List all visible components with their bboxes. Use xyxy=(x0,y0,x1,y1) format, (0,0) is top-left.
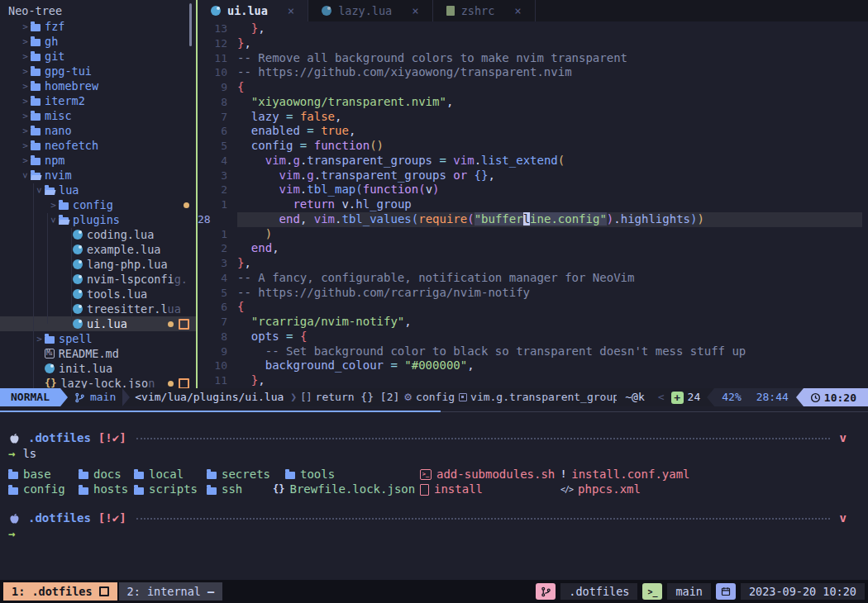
chevron-down-icon[interactable]: > xyxy=(48,215,59,226)
tree-item-nvim-lspconfi[interactable]: nvim-lspconfig. xyxy=(0,272,196,287)
ls-entry-label: ssh xyxy=(222,482,242,497)
tree-item-neofetch[interactable]: >neofetch xyxy=(0,138,196,153)
code-line[interactable]: 6 enabled = true, xyxy=(198,124,868,139)
code-line[interactable]: 8 "xiyaowong/transparent.nvim", xyxy=(198,95,868,110)
tree-item-coding.lua[interactable]: coding.lua xyxy=(0,227,196,242)
tab-close-icon[interactable]: × xyxy=(288,4,294,17)
code-buffer[interactable]: 13 },12},11-- Remove all background colo… xyxy=(198,21,868,388)
tree-item-misc[interactable]: >misc xyxy=(0,108,196,123)
code-line[interactable]: 2 end, xyxy=(198,241,868,256)
tree-item-config[interactable]: >config xyxy=(0,197,196,212)
chevron-right-icon[interactable]: > xyxy=(48,200,59,211)
tab-lazy.lua[interactable]: lazy.lua× xyxy=(308,0,432,21)
tree-item-init.lua[interactable]: init.lua xyxy=(0,361,196,376)
tree-item-lua[interactable]: >lua xyxy=(0,183,196,197)
code-line[interactable]: 9{ xyxy=(198,80,868,95)
chevron-right-icon[interactable]: > xyxy=(20,66,31,77)
code-line[interactable]: 3 vim.g.transparent_groups or {}, xyxy=(198,169,868,183)
code-line[interactable]: 4 vim.g.transparent_groups = vim.list_ex… xyxy=(198,154,868,169)
chevron-down-icon[interactable]: > xyxy=(20,170,31,181)
terminal-screen: Neo-tree >fzf>gh>git>gpg-tui>homebrew>it… xyxy=(0,0,868,603)
chevron-right-icon[interactable]: > xyxy=(20,21,31,32)
code-line[interactable]: 11 }, xyxy=(198,373,868,388)
tree-item-iterm2[interactable]: >iterm2 xyxy=(0,93,196,108)
tree-item-ui.lua[interactable]: ui.lua xyxy=(0,316,196,331)
tree-item-label: example.lua xyxy=(87,243,160,256)
tree-item-label: fzf xyxy=(45,20,64,33)
line-number: 2 xyxy=(198,183,229,197)
code-text: -- Remove all background colors to make … xyxy=(237,51,862,66)
ls-entry-add-submodules.sh: >_add-submodules.sh xyxy=(420,467,555,482)
tmux-window-2-internal[interactable]: 2: internal– xyxy=(119,582,223,601)
sign-column xyxy=(229,197,237,212)
chevron-down-icon[interactable]: > xyxy=(34,185,45,196)
git-branch-segment: main xyxy=(68,388,122,406)
code-line[interactable]: 12}, xyxy=(198,36,868,51)
tree-item-homebrew[interactable]: >homebrew xyxy=(0,78,196,93)
tree-item-example.lua[interactable]: example.lua xyxy=(0,242,196,257)
ls-entry-label: base xyxy=(23,467,51,482)
chevron-right-icon[interactable]: > xyxy=(20,111,31,121)
chevron-right-icon[interactable]: > xyxy=(20,36,31,47)
tab-ui.lua[interactable]: ui.lua× xyxy=(198,0,308,21)
chevron-right-icon[interactable]: > xyxy=(20,51,31,62)
tree-item-gpg-tui[interactable]: >gpg-tui xyxy=(0,64,196,78)
tree-item-tools.lua[interactable]: tools.lua xyxy=(0,287,196,302)
tab-close-icon[interactable]: × xyxy=(514,4,521,17)
code-line[interactable]: 9 -- Set background color to black so tr… xyxy=(198,344,868,359)
tree-item-fzf[interactable]: >fzf xyxy=(0,19,196,34)
indent-guide xyxy=(47,213,48,324)
code-line[interactable]: 10-- https://github.com/xiyaowong/transp… xyxy=(198,65,868,80)
line-number: 28 xyxy=(198,212,229,227)
tree-item-lang-php.lua[interactable]: lang-php.lua xyxy=(0,257,196,272)
code-line[interactable]: 3}, xyxy=(198,256,868,271)
chevron-right-icon[interactable]: > xyxy=(34,334,45,344)
code-line[interactable]: 7 "rcarriga/nvim-notify", xyxy=(198,315,868,330)
sign-column xyxy=(229,65,237,80)
code-line[interactable]: 28 end, vim.tbl_values(require("bufferli… xyxy=(198,212,868,227)
code-line[interactable]: 11-- Remove all background colors to mak… xyxy=(198,51,868,66)
code-line[interactable]: 5 config = function() xyxy=(198,139,868,154)
lua-icon xyxy=(73,304,83,314)
tree-item-git[interactable]: >git xyxy=(0,49,196,64)
code-line[interactable]: 10 background_colour = "#000000", xyxy=(198,358,868,373)
code-line[interactable]: 2 vim.tbl_map(function(v) xyxy=(198,183,868,197)
tree-item-treesitter.l[interactable]: treesitter.lua xyxy=(0,302,196,316)
chevron-right-icon[interactable]: > xyxy=(20,126,31,136)
tab-close-icon[interactable]: × xyxy=(412,4,418,17)
shell-pane[interactable]: .dotfiles[!✔]v → ls basedocslocalsecrets… xyxy=(0,412,868,580)
code-line[interactable]: 1 ) xyxy=(198,227,868,242)
chevron-right-icon[interactable]: > xyxy=(20,140,31,151)
tmux-branch-name: main xyxy=(667,583,711,600)
tab-zshrc[interactable]: zshrc× xyxy=(433,0,536,21)
tree-item-lazy-lock.jso[interactable]: {}lazy-lock.json xyxy=(0,376,196,388)
ls-entry-Brewfile.lock.json: {}Brewfile.lock.json xyxy=(273,482,415,498)
chevron-right-icon[interactable]: > xyxy=(20,155,31,166)
ls-entry-label: tools xyxy=(300,467,335,482)
tree-item-npm[interactable]: >npm xyxy=(0,153,196,168)
sign-column xyxy=(229,139,237,154)
tree-item-gh[interactable]: >gh xyxy=(0,34,196,49)
tmux-window-1-dotfiles[interactable]: 1: .dotfiles xyxy=(3,582,117,601)
code-line[interactable]: 13 }, xyxy=(198,21,868,36)
tree-item-nvim[interactable]: >nvim xyxy=(0,168,196,183)
chevron-right-icon[interactable]: > xyxy=(20,96,31,107)
sign-column xyxy=(229,95,237,110)
code-line[interactable]: 6{ xyxy=(198,300,868,315)
chevron-right-icon[interactable]: > xyxy=(20,81,31,92)
tree-item-nano[interactable]: >nano xyxy=(0,123,196,138)
tree-item-README.md[interactable]: M↓README.md xyxy=(0,346,196,361)
tab-label: ui.lua xyxy=(227,4,268,17)
code-line[interactable]: 5-- https://github.com/rcarriga/nvim-not… xyxy=(198,286,868,301)
ls-output-row: basedocslocalsecretstools>_add-submodule… xyxy=(0,467,868,482)
tree-item-plugins[interactable]: >plugins xyxy=(0,212,196,227)
code-line[interactable]: 1 return v.hl_group xyxy=(198,197,868,212)
code-line[interactable]: 4-- A fancy, configurable, notification … xyxy=(198,271,868,286)
prompt-dotted-fill xyxy=(136,518,830,520)
pane-border[interactable] xyxy=(0,406,868,412)
code-line[interactable]: 7 lazy = false, xyxy=(198,110,868,125)
sidebar-scrollbar[interactable] xyxy=(189,3,192,46)
tree-item-label: coding.lua xyxy=(87,228,154,241)
tree-item-spell[interactable]: >spell xyxy=(0,331,196,346)
code-line[interactable]: 8 opts = { xyxy=(198,330,868,344)
